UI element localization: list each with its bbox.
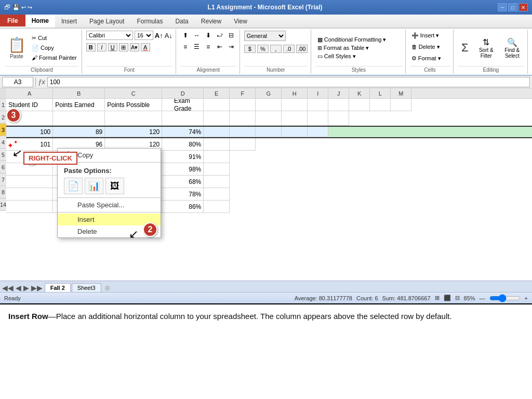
col-header-a[interactable]: A [6,88,53,98]
col-header-e[interactable]: E [204,88,230,98]
cell-l1[interactable] [370,99,391,111]
insert-cells-button[interactable]: ➕ Insert ▾ [410,31,441,40]
cell-e7[interactable] [204,176,230,188]
align-center-button[interactable]: ☰ [192,42,202,51]
paste-button[interactable]: 📋 Paste [5,33,28,62]
cell-b3[interactable]: 89 [53,127,105,137]
cell-h2[interactable] [282,111,308,126]
comma-button[interactable]: , [270,45,282,53]
window-controls[interactable]: ─ □ ✕ [498,3,528,11]
cell-a4[interactable]: 101 [6,138,53,151]
menu-data[interactable]: Data [169,15,194,28]
menu-view[interactable]: View [228,15,254,28]
cell-a2[interactable] [6,111,53,126]
increase-indent-button[interactable]: ⇥ [226,42,236,51]
insert-row-item[interactable]: Insert [58,214,161,225]
context-copy-item[interactable]: 📋 Copy [58,149,161,161]
underline-button[interactable]: U [108,43,117,51]
align-top-button[interactable]: ⬆ [180,31,191,40]
restore-button[interactable]: □ [508,3,517,11]
paste-icon-1-button[interactable]: 📄 [64,178,83,194]
cell-e6[interactable] [204,163,230,176]
format-painter-button[interactable]: 🖌Format Painter [30,53,78,62]
menu-insert[interactable]: Insert [55,15,83,28]
cell-a14[interactable] [6,201,53,213]
cell-f1[interactable] [230,99,256,111]
cell-b2[interactable] [53,111,105,126]
cell-styles-button[interactable]: ▭ Cell Styles ▾ [315,52,389,60]
sheet-tab-sheet3[interactable]: Sheet3 [72,283,101,292]
cell-a6[interactable] [6,163,53,176]
cell-d4[interactable]: 80% [162,138,204,151]
format-table-dropdown-icon[interactable]: ▾ [366,45,369,51]
font-name-select[interactable]: Calibri [86,31,133,40]
cell-e14[interactable] [204,201,230,213]
decrease-decimal-button[interactable]: .0 [283,45,295,53]
italic-button[interactable]: I [97,43,107,51]
cell-g1[interactable] [256,99,282,111]
cell-h1[interactable] [282,99,308,111]
row-header-6[interactable]: 6 [0,161,6,174]
add-sheet-icon[interactable]: ⊕ [104,284,111,292]
view-normal-icon[interactable]: ⊞ [435,295,440,301]
cell-e5[interactable] [204,151,230,163]
cell-c2[interactable] [105,111,162,126]
col-header-g[interactable]: G [256,88,282,98]
cell-f4[interactable] [230,138,256,151]
copy-button[interactable]: 📄Copy [30,43,78,52]
conditional-formatting-button[interactable]: ▦ Conditional Formatting ▾ [315,36,389,44]
col-header-b[interactable]: B [53,88,105,98]
cell-d1[interactable]: ExamGrade [162,99,204,111]
font-color-button[interactable]: A [141,43,150,51]
paste-icon-3-button[interactable]: 🖼 [105,178,124,194]
menu-file[interactable]: File [0,15,25,28]
row-header-14[interactable]: 14 [0,198,6,211]
cell-e3[interactable] [204,127,230,137]
find-select-button[interactable]: 🔍 Find & Select [500,35,524,61]
col-header-d[interactable]: D [162,88,204,98]
cell-f3[interactable] [230,127,256,137]
increase-decimal-button[interactable]: .00 [296,45,308,53]
menu-formulas[interactable]: Formulas [130,15,169,28]
zoom-slider[interactable] [489,295,521,301]
format-dropdown-icon[interactable]: ▾ [438,55,441,62]
bold-button[interactable]: B [86,43,96,51]
cell-a7[interactable] [6,176,53,188]
cell-e2[interactable] [204,111,230,126]
row-header-4[interactable]: 4 [0,136,6,149]
row-header-5[interactable]: 5 [0,149,6,161]
cell-k1[interactable] [349,99,370,111]
delete-row-item[interactable]: Delete [58,225,161,237]
sheet-nav[interactable]: ◀◀ ◀ ▶ ▶▶ [2,284,43,292]
cell-m1[interactable] [391,99,411,111]
cell-c3[interactable]: 120 [105,127,162,137]
zoom-out-button[interactable]: — [480,295,485,301]
col-header-l[interactable]: L [370,88,391,98]
formula-input[interactable] [47,77,530,87]
merge-button[interactable]: ⊟ [226,31,236,40]
fill-color-button[interactable]: A▾ [130,43,139,51]
col-header-f[interactable]: F [230,88,256,98]
cell-d6[interactable]: 98% [162,163,204,176]
cell-b1[interactable]: Points Earned [53,99,105,111]
view-page-break-icon[interactable]: ⊟ [455,295,460,301]
percent-button[interactable]: % [257,45,269,53]
cell-i1[interactable] [308,99,328,111]
row-header-3[interactable]: 3 [0,124,6,136]
paste-special-item[interactable]: Paste Special... [58,199,161,211]
menu-page-layout[interactable]: Page Layout [83,15,130,28]
increase-font-button[interactable]: A↑ [155,32,163,39]
cell-a3[interactable]: 100 [6,127,53,137]
cell-a8[interactable] [6,188,53,201]
cell-i3[interactable] [308,127,328,137]
cell-a1[interactable]: Student ID [6,99,53,111]
sigma-button[interactable]: Σ [458,35,472,61]
cell-a5[interactable]: 102 [6,151,53,163]
font-size-select[interactable]: 16 [135,31,153,40]
menu-home[interactable]: Home [25,15,55,28]
cell-i2[interactable] [308,111,328,126]
insert-dropdown-icon[interactable]: ▾ [436,32,439,39]
cell-d7[interactable]: 68% [162,176,204,188]
menu-review[interactable]: Review [195,15,228,28]
cell-j2[interactable] [328,111,349,126]
